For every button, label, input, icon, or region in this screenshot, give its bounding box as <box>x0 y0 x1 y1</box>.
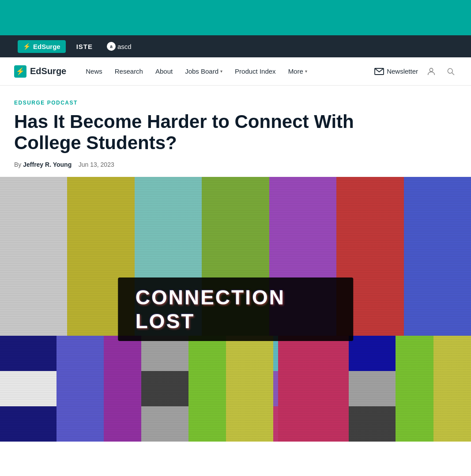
nav-logo[interactable]: ⚡ EdSurge <box>14 65 66 78</box>
jobs-board-chevron-icon: ▾ <box>220 69 222 74</box>
ascd-label: ascd <box>117 43 132 50</box>
svg-point-1 <box>430 68 433 71</box>
bar-blue <box>404 177 471 336</box>
partner-bar: ⚡ EdSurge ISTE a ascd <box>0 35 471 57</box>
envelope-icon <box>374 68 384 75</box>
edsurge-partner-logo[interactable]: ⚡ EdSurge <box>18 40 66 53</box>
article-section-label: EDSURGE PODCAST <box>14 100 457 106</box>
article-title: Has It Become Harder to Connect With Col… <box>14 111 411 154</box>
lower-left-block <box>0 336 57 442</box>
article-meta: By Jeffrey R. Young Jun 13, 2023 <box>14 161 457 168</box>
nav-link-jobs-board[interactable]: Jobs Board ▾ <box>180 64 228 79</box>
nav-actions: Newsletter <box>374 65 457 78</box>
iste-partner-logo[interactable]: ISTE <box>73 43 96 50</box>
connection-lost-text: CONNECTION LOST <box>136 285 336 333</box>
article-by-prefix: By <box>14 161 23 168</box>
main-nav: ⚡ EdSurge News Research About Jobs Board… <box>0 57 471 86</box>
connection-lost-overlay: CONNECTION LOST <box>118 277 354 341</box>
more-chevron-icon: ▾ <box>305 69 307 74</box>
nav-link-news[interactable]: News <box>80 64 108 79</box>
svg-line-3 <box>452 72 454 75</box>
nav-link-about[interactable]: About <box>150 64 178 79</box>
article-author[interactable]: Jeffrey R. Young <box>23 161 72 168</box>
search-button[interactable] <box>445 65 457 78</box>
ascd-partner-logo[interactable]: a ascd <box>103 42 135 51</box>
nav-link-product-index[interactable]: Product Index <box>230 64 281 79</box>
nav-link-research[interactable]: Research <box>109 64 148 79</box>
logo-bolt-icon: ⚡ <box>14 65 26 78</box>
nav-links: News Research About Jobs Board ▾ Product… <box>80 64 374 79</box>
brand-name: EdSurge <box>30 66 66 76</box>
newsletter-button[interactable]: Newsletter <box>374 67 418 75</box>
bar-white <box>0 177 67 336</box>
color-bars-lower <box>0 336 471 442</box>
article-meta-separator <box>73 161 77 168</box>
top-banner <box>0 0 471 35</box>
user-account-button[interactable] <box>425 65 437 78</box>
search-icon <box>446 67 455 76</box>
user-icon <box>426 67 436 76</box>
edsurge-bolt-icon: ⚡ <box>23 43 30 50</box>
edsurge-partner-label: EdSurge <box>33 43 60 50</box>
ascd-icon: a <box>107 42 116 51</box>
article-header: EDSURGE PODCAST Has It Become Harder to … <box>0 86 471 177</box>
hero-image: CONNECTION LOST <box>0 177 471 442</box>
nav-link-more[interactable]: More ▾ <box>283 64 313 79</box>
article-date: Jun 13, 2023 <box>79 161 114 168</box>
